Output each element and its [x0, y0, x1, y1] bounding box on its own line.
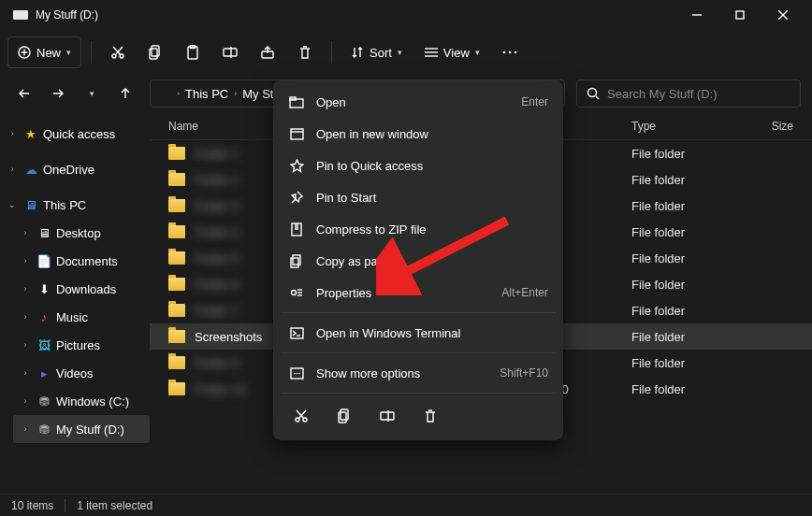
properties-icon — [288, 286, 305, 299]
svg-rect-51 — [381, 412, 394, 420]
drive-icon — [13, 10, 28, 20]
chevron-right-icon[interactable]: › — [19, 256, 32, 265]
folder-icon — [168, 199, 185, 212]
ctx-rename-button[interactable] — [374, 403, 400, 429]
title-bar: My Stuff (D:) — [0, 0, 812, 30]
svg-point-44 — [298, 372, 300, 374]
delete-button[interactable] — [288, 36, 322, 68]
cut-button[interactable] — [101, 36, 135, 68]
row-type: File folder — [631, 199, 767, 213]
row-type: File folder — [631, 173, 767, 187]
ctx-cut-button[interactable] — [288, 403, 314, 429]
new-button[interactable]: New ▾ — [7, 36, 81, 68]
folder-icon — [168, 330, 185, 343]
sort-button[interactable]: Sort ▾ — [341, 36, 412, 68]
rename-icon — [380, 409, 395, 423]
sort-label: Sort — [370, 46, 392, 60]
column-type[interactable]: Type — [631, 120, 767, 133]
ctx-label: Open in new window — [316, 127, 548, 141]
ctx-zip[interactable]: Compress to ZIP file — [279, 213, 558, 245]
trash-icon — [298, 46, 312, 60]
column-size[interactable]: Size — [767, 120, 812, 133]
svg-point-43 — [296, 372, 297, 374]
sidebar-item-videos[interactable]: › ▸ Videos — [13, 359, 150, 387]
sidebar-item-c-drive[interactable]: › ⛃ Windows (C:) — [13, 387, 150, 415]
sidebar-item-label: This PC — [43, 198, 86, 212]
copy-icon — [149, 45, 162, 60]
sidebar-item-downloads[interactable]: › ⬇ Downloads — [13, 275, 150, 303]
recent-button[interactable]: ▾ — [79, 80, 105, 107]
row-type: File folder — [631, 330, 767, 344]
chevron-right-icon[interactable]: › — [6, 129, 19, 138]
chevron-right-icon[interactable]: › — [19, 228, 32, 237]
sidebar-item-onedrive[interactable]: › ☁ OneDrive — [0, 155, 150, 183]
chevron-right-icon[interactable]: › — [19, 396, 32, 406]
folder-open-icon — [288, 96, 305, 108]
search-input[interactable]: Search My Stuff (D:) — [576, 79, 801, 108]
ctx-properties[interactable]: Properties Alt+Enter — [279, 277, 558, 308]
star-pin-icon — [288, 159, 305, 173]
chevron-right-icon[interactable]: › — [19, 424, 32, 434]
context-menu: Open Enter Open in new window Pin to Qui… — [273, 80, 563, 440]
desktop-icon: 🖥 — [36, 224, 52, 241]
sidebar-item-this-pc[interactable]: ⌄ 🖥 This PC — [0, 191, 150, 219]
svg-rect-15 — [224, 49, 237, 56]
minimize-button[interactable] — [675, 0, 718, 30]
share-icon — [261, 46, 274, 59]
sidebar-item-quick-access[interactable]: › ★ Quick access — [0, 120, 150, 148]
arrow-up-icon — [119, 87, 132, 100]
arrow-left-icon — [18, 87, 31, 100]
up-button[interactable] — [112, 80, 138, 107]
sidebar-item-label: Windows (C:) — [56, 394, 129, 408]
breadcrumb-item[interactable]: This PC — [185, 87, 228, 101]
ctx-delete-button[interactable] — [417, 403, 443, 429]
back-button[interactable] — [11, 80, 37, 107]
ctx-action-bar — [279, 397, 558, 435]
sidebar-item-desktop[interactable]: › 🖥 Desktop — [13, 219, 150, 247]
maximize-button[interactable] — [718, 0, 761, 30]
chevron-right-icon[interactable]: › — [19, 312, 32, 322]
search-placeholder: Search My Stuff (D:) — [607, 87, 718, 101]
more-button[interactable] — [493, 36, 527, 68]
ctx-pin-start[interactable]: Pin to Start — [279, 181, 558, 213]
paste-button[interactable] — [176, 36, 210, 68]
folder-icon — [168, 278, 185, 291]
chevron-down-icon[interactable]: ⌄ — [6, 200, 19, 209]
share-button[interactable] — [251, 36, 284, 68]
ctx-copy-button[interactable] — [331, 403, 357, 429]
svg-rect-34 — [291, 258, 298, 267]
forward-button[interactable] — [45, 80, 71, 107]
ctx-pin-quick[interactable]: Pin to Quick access — [279, 150, 558, 181]
chevron-right-icon[interactable]: › — [19, 368, 32, 378]
ctx-open[interactable]: Open Enter — [279, 86, 558, 118]
plus-circle-icon — [18, 46, 31, 59]
rename-button[interactable] — [213, 36, 247, 68]
copy-button[interactable] — [138, 36, 172, 68]
svg-point-21 — [503, 51, 506, 54]
music-icon: ♪ — [36, 308, 52, 325]
sidebar-item-documents[interactable]: › 📄 Documents — [13, 247, 150, 275]
ctx-label: Compress to ZIP file — [316, 222, 548, 236]
trash-icon — [424, 409, 437, 423]
arrow-right-icon — [51, 87, 65, 100]
ctx-more[interactable]: Show more options Shift+F10 — [279, 357, 558, 389]
sidebar-item-label: OneDrive — [43, 163, 94, 177]
chevron-right-icon[interactable]: › — [19, 284, 32, 294]
ctx-new-window[interactable]: Open in new window — [279, 118, 558, 150]
view-label: View — [443, 46, 470, 60]
sidebar-item-d-drive[interactable]: › ⛃ My Stuff (D:) — [13, 415, 150, 443]
svg-rect-33 — [293, 255, 300, 265]
sidebar-item-label: Music — [56, 310, 88, 324]
ctx-label: Pin to Start — [316, 191, 548, 205]
chevron-right-icon[interactable]: › — [6, 165, 19, 174]
close-button[interactable] — [761, 0, 805, 30]
sidebar-item-music[interactable]: › ♪ Music — [13, 303, 150, 331]
sidebar-item-pictures[interactable]: › 🖼 Pictures — [13, 331, 150, 359]
ctx-copy-path[interactable]: Copy as path — [279, 245, 558, 277]
svg-point-24 — [588, 89, 597, 97]
chevron-right-icon[interactable]: › — [19, 340, 32, 350]
view-button[interactable]: View ▾ — [415, 36, 489, 68]
sidebar: › ★ Quick access › ☁ OneDrive ⌄ 🖥 This P… — [0, 112, 150, 494]
ctx-terminal[interactable]: Open in Windows Terminal — [279, 317, 558, 349]
svg-rect-28 — [291, 129, 303, 139]
